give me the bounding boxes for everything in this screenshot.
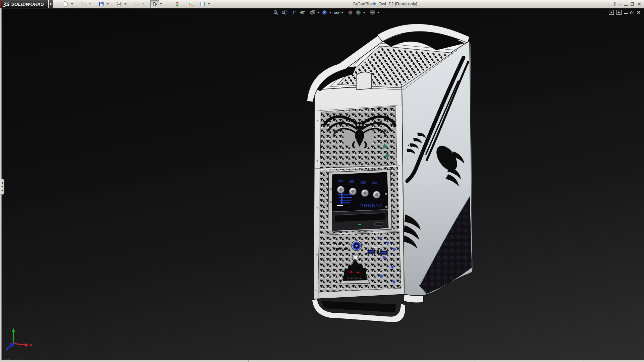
file-properties-button[interactable] xyxy=(187,0,196,8)
model-owl-pc-case[interactable]: PHOBYA xyxy=(0,0,644,362)
toolbar-separator: · xyxy=(307,10,308,15)
flyout-arrow-icon xyxy=(50,3,52,5)
section-view-icon xyxy=(300,10,305,15)
undo-icon xyxy=(134,1,140,7)
open-folder-icon xyxy=(81,1,86,7)
new-document-button[interactable] xyxy=(61,0,70,8)
apply-scene-dropdown[interactable] xyxy=(363,9,366,16)
display-style-dropdown[interactable] xyxy=(329,9,332,16)
collapse-arrow-icon xyxy=(1,182,3,184)
toolbar-separator: · xyxy=(344,10,346,15)
zoom-to-fit-button[interactable] xyxy=(272,9,279,16)
options-dropdown[interactable] xyxy=(207,1,211,8)
options-checklist-icon xyxy=(200,1,205,7)
document-window-controls: ✕ xyxy=(609,10,641,15)
statusbar-sliver xyxy=(0,360,644,362)
front-bottom-mesh-panel: PHOBYA xyxy=(318,232,401,292)
zoom-to-fit-icon xyxy=(273,10,279,15)
open-document-button[interactable] xyxy=(79,0,88,8)
new-document-icon xyxy=(63,1,68,7)
help-icon[interactable]: ? xyxy=(613,1,616,7)
window-controls: ? ✕ xyxy=(613,0,641,8)
solidworks-app: { "titlebar": { "brand_mark": "ƷS", "bra… xyxy=(0,0,644,362)
previous-view-icon xyxy=(291,10,297,15)
left-arrow-icon xyxy=(610,11,612,13)
solidworks-logo: ƷS SOLIDWORKS xyxy=(0,0,48,8)
drive-eject-button xyxy=(374,223,383,225)
section-view-button[interactable] xyxy=(299,9,306,16)
toolbar-separator: · xyxy=(288,10,290,15)
file-properties-icon xyxy=(189,1,194,7)
apply-scene-icon xyxy=(356,10,361,15)
solidworks-logo-mark-icon: ƷS xyxy=(3,1,10,7)
toolbar-separator: · xyxy=(367,10,368,15)
drive-led xyxy=(358,224,361,225)
select-tool-dropdown[interactable] xyxy=(159,1,163,8)
optical-drive xyxy=(332,210,388,231)
fan-controller: PHOBYA xyxy=(330,172,388,212)
x-axis xyxy=(13,344,26,345)
drive-bay-section: PHOBYA xyxy=(319,167,399,234)
solidworks-brand-name: SOLIDWORKS xyxy=(11,2,44,7)
appearance-ball-icon xyxy=(347,10,353,15)
close-button[interactable]: ✕ xyxy=(637,2,641,6)
fan-controller-brand-text: PHOBYA xyxy=(360,203,383,208)
print-icon xyxy=(116,1,122,7)
doc-restore-button[interactable] xyxy=(630,11,634,14)
save-dropdown[interactable] xyxy=(106,1,109,8)
titlebar: ƷS SOLIDWORKS xyxy=(0,0,644,8)
front-foot-opening xyxy=(321,301,396,312)
hide-show-items-button[interactable] xyxy=(333,9,340,16)
x-axis-arrow-icon xyxy=(25,343,29,347)
view-settings-button[interactable] xyxy=(369,9,376,16)
help-dropdown-icon[interactable] xyxy=(619,4,621,5)
panel-collapse-handle[interactable] xyxy=(0,179,4,195)
doc-minimize-button[interactable] xyxy=(624,13,628,14)
open-document-dropdown[interactable] xyxy=(88,1,92,8)
z-axis-arrow-icon xyxy=(5,347,9,350)
right-arrow-icon xyxy=(618,11,620,13)
front-owl-mesh-panel xyxy=(320,106,397,168)
view-settings-dropdown[interactable] xyxy=(377,9,380,16)
view-orientation-dropdown[interactable] xyxy=(317,9,320,16)
rebuild-traffic-light-icon xyxy=(174,1,180,7)
view-settings-icon xyxy=(370,10,375,15)
document-title: GrCadBlack_Owl_S2 [Read-only] xyxy=(327,0,443,8)
display-style-button[interactable] xyxy=(321,9,328,16)
rebuild-button[interactable] xyxy=(173,0,181,8)
previous-view-button[interactable] xyxy=(291,9,298,16)
undo-dropdown[interactable] xyxy=(141,1,145,8)
toggle-left-pane-button[interactable] xyxy=(609,10,614,15)
select-tool-button[interactable] xyxy=(150,0,159,8)
reference-triad xyxy=(3,327,33,354)
options-button[interactable] xyxy=(198,0,207,8)
power-button xyxy=(352,241,362,251)
view-orientation-button[interactable] xyxy=(309,9,316,16)
print-dropdown[interactable] xyxy=(123,1,127,8)
collapse-arrow-icon xyxy=(1,186,3,188)
select-cursor-icon xyxy=(152,1,157,7)
save-button[interactable] xyxy=(97,0,106,8)
restore-button[interactable] xyxy=(631,2,634,6)
zoom-to-area-button[interactable] xyxy=(280,9,287,16)
print-button[interactable] xyxy=(115,0,123,8)
minimize-button[interactable] xyxy=(624,5,628,6)
triad-origin xyxy=(10,343,14,347)
save-floppy-icon xyxy=(99,1,104,7)
doc-close-button[interactable]: ✕ xyxy=(637,10,641,15)
apply-scene-button[interactable] xyxy=(355,9,362,16)
zoom-to-area-icon xyxy=(281,10,287,15)
display-style-cube-icon xyxy=(322,10,327,15)
badge-brand-text: PHOBYA xyxy=(347,277,363,280)
undo-button[interactable] xyxy=(132,0,141,8)
y-axis-arrow-icon xyxy=(12,328,15,332)
toggle-right-pane-button[interactable] xyxy=(616,10,622,15)
hide-show-items-dropdown[interactable] xyxy=(341,9,343,16)
eyeglasses-icon xyxy=(333,10,339,15)
menu-flyout-button[interactable] xyxy=(49,0,53,8)
view-orientation-cube-icon xyxy=(310,10,316,15)
standard-toolbar xyxy=(61,0,216,8)
new-document-dropdown[interactable] xyxy=(70,1,74,8)
collapse-arrow-icon xyxy=(1,189,3,191)
edit-appearance-button[interactable] xyxy=(347,9,354,16)
